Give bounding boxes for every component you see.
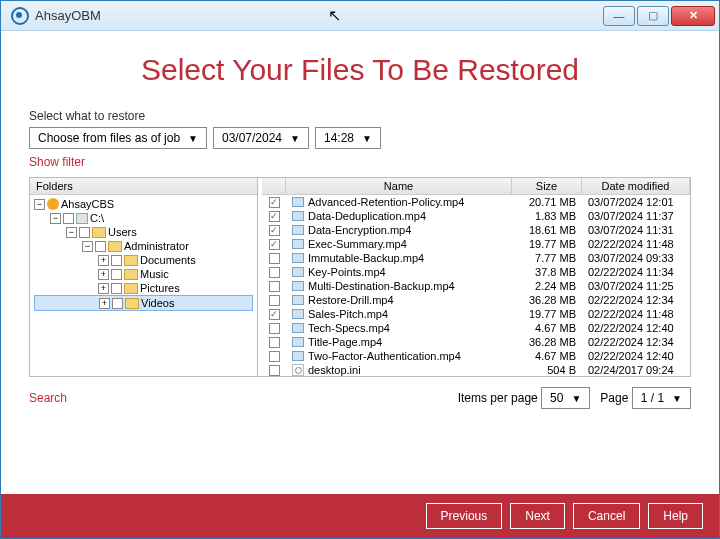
- file-date: 02/24/2017 09:24: [582, 363, 690, 376]
- tree-node-documents[interactable]: +Documents: [34, 253, 253, 267]
- file-size: 36.28 MB: [512, 335, 582, 349]
- table-row[interactable]: Two-Factor-Authentication.mp44.67 MB02/2…: [262, 349, 690, 363]
- expand-icon[interactable]: +: [99, 298, 110, 309]
- checkbox[interactable]: ✓: [269, 239, 280, 250]
- previous-button[interactable]: Previous: [426, 503, 503, 529]
- mode-value: Choose from files as of job: [38, 131, 180, 145]
- close-button[interactable]: ✕: [671, 6, 715, 26]
- ipp-dropdown[interactable]: 50▼: [541, 387, 590, 409]
- checkbox[interactable]: [63, 213, 74, 224]
- file-name: Restore-Drill.mp4: [308, 294, 394, 306]
- checkbox[interactable]: [269, 267, 280, 278]
- mode-dropdown[interactable]: Choose from files as of job▼: [29, 127, 207, 149]
- file-size: 2.24 MB: [512, 279, 582, 293]
- video-icon: [292, 337, 304, 347]
- tree-node-drive[interactable]: −C:\: [34, 211, 253, 225]
- checkbox[interactable]: [269, 281, 280, 292]
- table-row[interactable]: ✓Data-Deduplication.mp41.83 MB03/07/2024…: [262, 209, 690, 223]
- checkbox[interactable]: ✓: [269, 211, 280, 222]
- chevron-down-icon: ▼: [188, 133, 198, 144]
- table-row[interactable]: ✓Exec-Summary.mp419.77 MB02/22/2024 11:4…: [262, 237, 690, 251]
- file-date: 03/07/2024 12:01: [582, 195, 690, 209]
- expand-icon[interactable]: +: [98, 255, 109, 266]
- video-icon: [292, 253, 304, 263]
- checkbox[interactable]: [269, 351, 280, 362]
- collapse-icon[interactable]: −: [34, 199, 45, 210]
- table-row[interactable]: Title-Page.mp436.28 MB02/22/2024 12:34: [262, 335, 690, 349]
- table-row[interactable]: ✓Advanced-Retention-Policy.mp420.71 MB03…: [262, 195, 690, 209]
- tree-node-pictures[interactable]: +Pictures: [34, 281, 253, 295]
- checkbox[interactable]: ✓: [269, 197, 280, 208]
- table-row[interactable]: desktop.ini504 B02/24/2017 09:24: [262, 363, 690, 376]
- date-dropdown[interactable]: 03/07/2024▼: [213, 127, 309, 149]
- expand-icon[interactable]: +: [98, 269, 109, 280]
- col-check[interactable]: [262, 178, 286, 194]
- cancel-button[interactable]: Cancel: [573, 503, 640, 529]
- file-size: 1.83 MB: [512, 209, 582, 223]
- file-size: 4.67 MB: [512, 321, 582, 335]
- chevron-down-icon: ▼: [290, 133, 300, 144]
- checkbox[interactable]: [112, 298, 123, 309]
- file-name: Immutable-Backup.mp4: [308, 252, 424, 264]
- checkbox[interactable]: [79, 227, 90, 238]
- titlebar[interactable]: AhsayOBM — ▢ ✕: [1, 1, 719, 31]
- col-date[interactable]: Date modified: [582, 178, 690, 194]
- video-icon: [292, 281, 304, 291]
- file-size: 7.77 MB: [512, 251, 582, 265]
- list-rows: ✓Advanced-Retention-Policy.mp420.71 MB03…: [262, 195, 690, 376]
- bottom-bar: Search Items per page 50▼ Page 1 / 1▼: [29, 377, 691, 421]
- file-name: Advanced-Retention-Policy.mp4: [308, 196, 464, 208]
- video-icon: [292, 197, 304, 207]
- help-button[interactable]: Help: [648, 503, 703, 529]
- checkbox[interactable]: [95, 241, 106, 252]
- col-name[interactable]: Name: [286, 178, 512, 194]
- checkbox[interactable]: [111, 269, 122, 280]
- collapse-icon[interactable]: −: [82, 241, 93, 252]
- file-name: Sales-Pitch.mp4: [308, 308, 388, 320]
- time-dropdown[interactable]: 14:28▼: [315, 127, 381, 149]
- file-date: 03/07/2024 09:33: [582, 251, 690, 265]
- checkbox[interactable]: [111, 255, 122, 266]
- folder-icon: [124, 283, 138, 294]
- video-icon: [292, 225, 304, 235]
- table-row[interactable]: Tech-Specs.mp44.67 MB02/22/2024 12:40: [262, 321, 690, 335]
- chevron-down-icon: ▼: [362, 133, 372, 144]
- checkbox[interactable]: ✓: [269, 225, 280, 236]
- file-name: Data-Deduplication.mp4: [308, 210, 426, 222]
- table-row[interactable]: Immutable-Backup.mp47.77 MB03/07/2024 09…: [262, 251, 690, 265]
- search-link[interactable]: Search: [29, 391, 67, 405]
- file-size: 37.8 MB: [512, 265, 582, 279]
- ipp-label: Items per page: [458, 391, 538, 405]
- table-row[interactable]: ✓Sales-Pitch.mp419.77 MB02/22/2024 11:48: [262, 307, 690, 321]
- checkbox[interactable]: [269, 295, 280, 306]
- show-filter-link[interactable]: Show filter: [29, 155, 691, 169]
- next-button[interactable]: Next: [510, 503, 565, 529]
- table-row[interactable]: ✓Data-Encryption.mp418.61 MB03/07/2024 1…: [262, 223, 690, 237]
- tree-node-admin[interactable]: −Administrator: [34, 239, 253, 253]
- checkbox[interactable]: [269, 323, 280, 334]
- tree-node-root[interactable]: −AhsayCBS: [34, 197, 253, 211]
- file-date: 02/22/2024 12:34: [582, 335, 690, 349]
- checkbox[interactable]: [269, 253, 280, 264]
- tree-node-videos[interactable]: +Videos: [34, 295, 253, 311]
- minimize-button[interactable]: —: [603, 6, 635, 26]
- drive-icon: [76, 213, 88, 224]
- collapse-icon[interactable]: −: [66, 227, 77, 238]
- file-name: Title-Page.mp4: [308, 336, 382, 348]
- page-dropdown[interactable]: 1 / 1▼: [632, 387, 691, 409]
- checkbox[interactable]: [269, 365, 280, 376]
- tree-node-music[interactable]: +Music: [34, 267, 253, 281]
- file-name: desktop.ini: [308, 364, 361, 376]
- expand-icon[interactable]: +: [98, 283, 109, 294]
- col-size[interactable]: Size: [512, 178, 582, 194]
- table-row[interactable]: Restore-Drill.mp436.28 MB02/22/2024 12:3…: [262, 293, 690, 307]
- tree-node-users[interactable]: −Users: [34, 225, 253, 239]
- table-row[interactable]: Key-Points.mp437.8 MB02/22/2024 11:34: [262, 265, 690, 279]
- checkbox[interactable]: [269, 337, 280, 348]
- collapse-icon[interactable]: −: [50, 213, 61, 224]
- table-row[interactable]: Multi-Destination-Backup.mp42.24 MB03/07…: [262, 279, 690, 293]
- maximize-button[interactable]: ▢: [637, 6, 669, 26]
- checkbox[interactable]: ✓: [269, 309, 280, 320]
- footer: Previous Next Cancel Help: [1, 494, 719, 538]
- checkbox[interactable]: [111, 283, 122, 294]
